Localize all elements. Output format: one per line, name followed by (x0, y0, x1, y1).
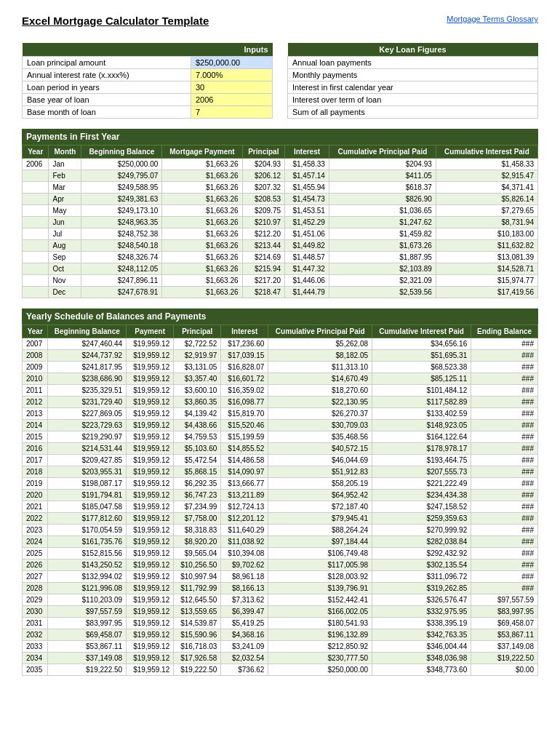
input-value[interactable]: $250,000.00 (191, 57, 272, 69)
table-cell: $19,959.12 (127, 408, 174, 420)
table-cell: $19,959.12 (127, 571, 174, 583)
table-cell: $217.20 (242, 275, 284, 287)
table-cell: $15,199.59 (221, 431, 268, 443)
input-value[interactable]: 2006 (191, 94, 272, 106)
table-cell: $16,828.07 (221, 362, 268, 373)
table-cell: $72,187.40 (268, 501, 372, 513)
table-row: 2031$83,997.95$19,959.12$14,539.87$5,419… (23, 618, 538, 629)
table-cell: $2,103.89 (329, 263, 436, 275)
table-cell: $17,419.56 (436, 287, 537, 298)
table-cell: $64,952.42 (268, 490, 372, 501)
table-cell: $247,158.52 (372, 501, 471, 513)
table-cell: $19,959.12 (127, 490, 174, 501)
input-value[interactable]: 30 (191, 81, 272, 94)
table-cell: $5,262.08 (268, 338, 372, 350)
table-cell: $10,394.08 (221, 548, 268, 559)
table-cell: $19,222.50 (174, 664, 221, 676)
table-cell: $19,959.12 (127, 548, 174, 559)
table-cell: $13,666.77 (221, 478, 268, 490)
table-cell: ### (471, 490, 538, 501)
key-figure-label: Interest in first calendar year (288, 81, 538, 94)
table-cell (23, 275, 49, 287)
table-cell: $97,557.59 (471, 594, 538, 606)
table-cell (23, 205, 49, 217)
table-cell: $8,920.20 (174, 536, 221, 548)
table-row: 2030$97,557.59$19,959.12$13,559.65$6,399… (23, 606, 538, 618)
input-label: Base month of loan (23, 106, 191, 119)
table-cell: $1,453.51 (285, 205, 329, 217)
table-cell: $2,539.56 (329, 287, 436, 298)
table-cell: $4,371.41 (436, 182, 537, 194)
table-cell: $19,959.12 (127, 664, 174, 676)
table-cell: ### (471, 373, 538, 385)
inputs-header: Inputs (23, 43, 273, 57)
page-title: Excel Mortgage Calculator Template (22, 15, 209, 27)
table-cell: $219,290.97 (48, 431, 127, 443)
table-cell: $10,183.00 (436, 228, 537, 240)
column-header: Beginning Balance (81, 146, 162, 159)
table-cell: $204.93 (242, 159, 284, 170)
table-cell: $332,975.95 (372, 606, 471, 618)
table-cell: 2015 (23, 431, 48, 443)
table-row: 2013$227,869.05$19,959.12$4,139.42$15,81… (23, 408, 538, 420)
table-cell: ### (471, 583, 538, 594)
table-row: 2019$198,087.17$19,959.12$6,292.35$13,66… (23, 478, 538, 490)
table-row: 2016$214,531.44$19,959.12$5,103.60$14,85… (23, 443, 538, 455)
input-value[interactable]: 7 (191, 106, 272, 119)
table-cell: $8,166.13 (221, 583, 268, 594)
table-cell: $58,205.19 (268, 478, 372, 490)
table-cell: 2022 (23, 513, 48, 525)
table-cell: $5,472.54 (174, 455, 221, 466)
table-cell: $19,959.12 (127, 629, 174, 641)
table-cell: $19,959.12 (127, 594, 174, 606)
table-cell: $249,381.63 (81, 194, 162, 205)
table-row: 2025$152,815.56$19,959.12$9,565.04$10,39… (23, 548, 538, 559)
table-cell: $83,997.95 (471, 606, 538, 618)
input-value[interactable]: 7.000% (191, 69, 272, 81)
table-cell: $1,663.26 (162, 252, 242, 263)
table-cell: $1,452.29 (285, 217, 329, 228)
table-cell: $19,959.12 (127, 525, 174, 536)
table-cell: $247,678.91 (81, 287, 162, 298)
table-row: 2022$177,812.60$19,959.12$7,758.00$12,20… (23, 513, 538, 525)
table-cell: $270,999.92 (372, 525, 471, 536)
inputs-table: Inputs Loan principal amount$250,000.00A… (22, 43, 273, 119)
table-cell: $9,702.62 (221, 559, 268, 571)
table-row: 2018$203,955.31$19,959.12$5,868.15$14,09… (23, 466, 538, 478)
table-cell: $51,695.31 (372, 350, 471, 362)
table-cell: $302,135.54 (372, 559, 471, 571)
table-cell: $19,959.12 (127, 536, 174, 548)
table-cell (23, 182, 49, 194)
table-row: 2021$185,047.58$19,959.12$7,234.99$12,72… (23, 501, 538, 513)
table-cell: ### (471, 397, 538, 408)
table-cell: $148,923.05 (372, 420, 471, 431)
table-cell: 2010 (23, 373, 48, 385)
column-header: Year (23, 146, 49, 159)
column-header: Cumulative Principal Paid (329, 146, 436, 159)
table-cell: $346,004.44 (372, 641, 471, 653)
table-cell: $241,817.95 (48, 362, 127, 373)
table-cell: $204.93 (329, 159, 436, 170)
table-cell: $3,241.09 (221, 641, 268, 653)
table-cell: $292,432.92 (372, 548, 471, 559)
table-cell: $5,868.15 (174, 466, 221, 478)
table-cell: $37,149.08 (471, 641, 538, 653)
table-cell: $250,000.00 (268, 664, 372, 676)
table-row: Dec$247,678.91$1,663.26$218.47$1,444.79$… (23, 287, 538, 298)
table-cell: $16,359.02 (221, 385, 268, 397)
table-cell: $207.32 (242, 182, 284, 194)
glossary-link[interactable]: Mortgage Terms Glossary (447, 15, 538, 23)
table-cell: $15,974.77 (436, 275, 537, 287)
table-cell: $97,184.44 (268, 536, 372, 548)
table-row: Jun$248,963.35$1,663.26$210.97$1,452.29$… (23, 217, 538, 228)
table-cell: $8,182.05 (268, 350, 372, 362)
table-cell: $203,955.31 (48, 466, 127, 478)
table-row: 2027$132,994.02$19,959.12$10,997.94$8,96… (23, 571, 538, 583)
table-cell: $2,032.54 (221, 653, 268, 664)
table-cell: $12,724.13 (221, 501, 268, 513)
table-cell (23, 194, 49, 205)
table-cell (23, 287, 49, 298)
table-cell: $235,329.51 (48, 385, 127, 397)
table-cell: $191,794.81 (48, 490, 127, 501)
table-cell: ### (471, 443, 538, 455)
